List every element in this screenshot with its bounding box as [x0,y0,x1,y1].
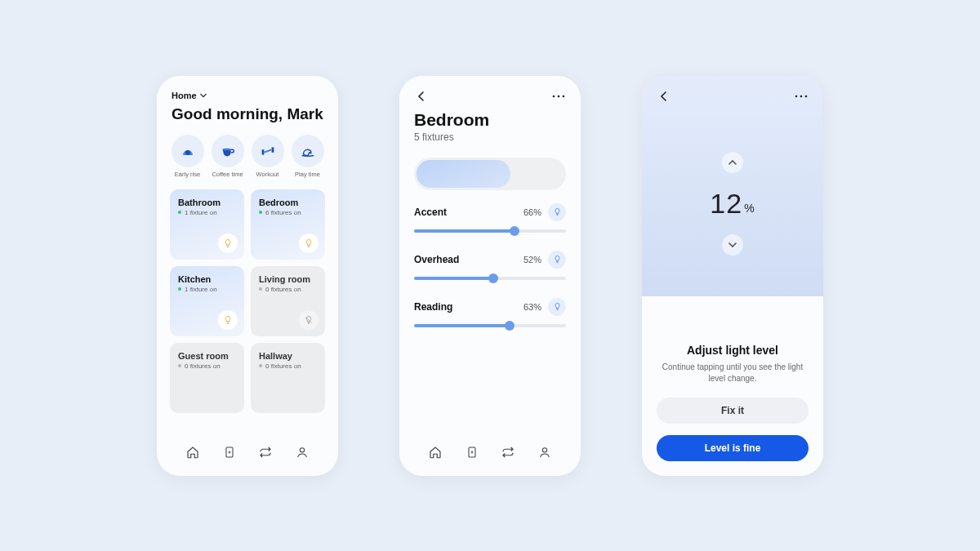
svg-point-9 [558,95,560,97]
room-subtitle: 5 fixtures [414,131,566,143]
master-toggle[interactable] [414,158,566,190]
scene-workout[interactable]: Workout [250,135,285,178]
light-level-controls: 12 % [642,107,823,329]
scene-early-rise[interactable]: Early rise [170,135,205,178]
room-card-living-room[interactable]: Living room 0 fixtures on [251,266,325,336]
scenes-row: Early rise Coffee time Workout Play time [157,127,338,183]
scene-label: Early rise [175,171,200,178]
svg-rect-3 [271,147,274,152]
level-is-fine-button[interactable]: Level is fine [657,435,808,461]
bulb-toggle[interactable] [299,310,318,330]
fixture-bulb-toggle[interactable] [548,203,566,221]
more-icon [552,95,565,98]
room-status: 0 fixtures on [259,362,317,370]
loop-icon [501,445,515,460]
svg-point-15 [800,95,803,97]
scene-label: Workout [256,171,279,178]
bulb-off-icon [304,315,314,325]
room-status: 0 fixtures on [259,286,317,293]
svg-rect-4 [264,149,271,153]
master-toggle-wrap [399,143,581,198]
svg-point-14 [795,95,798,97]
fixture-overhead: Overhead 52% [414,251,566,280]
room-title: Bedroom [414,110,566,130]
nav-home[interactable] [426,443,444,461]
chevron-left-icon [660,91,668,101]
scene-play-time[interactable]: Play time [290,135,325,178]
room-card-bathroom[interactable]: Bathroom 1 fixture on [170,189,244,260]
svg-point-16 [805,95,808,97]
nav-automations[interactable] [256,443,274,461]
light-level-sheet: Adjust light level Continue tapping unti… [642,329,823,476]
home-selector[interactable]: Home [172,91,323,100]
nav-devices[interactable] [220,443,238,461]
fixture-name: Overhead [414,254,459,265]
room-status: 1 fixture on [178,209,236,216]
bulb-icon [553,302,562,311]
chevron-down-icon [200,92,207,99]
svg-point-6 [229,451,230,453]
bulb-toggle[interactable] [299,233,318,253]
room-name: Hallway [259,351,317,361]
chevron-down-icon [728,241,737,249]
sheet-subtitle: Continue tapping until you see the light… [659,362,806,384]
more-button[interactable] [551,89,566,104]
light-level-value: 12 % [710,188,755,220]
horse-icon [292,135,324,167]
fixture-slider[interactable] [414,229,566,233]
nav-home[interactable] [184,443,202,461]
fixture-percent: 63% [523,302,541,312]
svg-point-8 [553,95,555,97]
fixture-bulb-toggle[interactable] [548,251,566,269]
rooms-grid: Bathroom 1 fixture on Bedroom 6 fixtures… [157,183,338,413]
coffee-icon [212,135,244,167]
room-name: Bedroom [259,198,317,207]
loop-icon [258,445,273,460]
level-up-button[interactable] [722,152,743,173]
fixture-reading: Reading 63% [414,298,566,327]
greeting: Good morning, Mark [172,105,323,123]
fixture-slider[interactable] [414,324,566,327]
user-icon [538,445,551,460]
bulb-icon [553,255,562,264]
light-level-topbar [642,76,823,107]
fix-it-button[interactable]: Fix it [657,398,808,424]
fixture-bulb-toggle[interactable] [548,298,566,316]
room-detail-screen: Bedroom 5 fixtures Accent 66% Overhead [399,76,581,476]
room-card-guest-room[interactable]: Guest room 0 fixtures on [170,343,244,413]
svg-rect-5 [226,447,233,457]
dumbbell-icon [252,135,284,167]
home-icon [428,445,443,460]
bulb-icon [553,207,562,216]
room-status: 1 fixture on [178,286,236,293]
bulb-toggle[interactable] [218,233,238,253]
fixture-percent: 52% [523,255,541,264]
fixture-name: Reading [414,301,452,313]
nav-profile[interactable] [536,443,554,461]
svg-point-10 [563,95,565,97]
chevron-up-icon [728,158,737,167]
svg-point-7 [300,447,304,451]
room-status: 0 fixtures on [178,362,236,370]
scene-label: Play time [295,171,320,178]
nav-automations[interactable] [499,443,517,461]
room-card-kitchen[interactable]: Kitchen 1 fixture on [170,266,244,336]
scene-coffee-time[interactable]: Coffee time [210,135,245,178]
level-down-button[interactable] [722,234,743,256]
room-status: 6 fixtures on [259,209,317,216]
bulb-toggle[interactable] [218,310,238,330]
room-card-bedroom[interactable]: Bedroom 6 fixtures on [251,189,325,260]
room-card-hallway[interactable]: Hallway 0 fixtures on [251,343,325,413]
room-name: Bathroom [178,198,236,207]
back-button[interactable] [657,89,671,104]
scene-label: Coffee time [212,171,243,178]
nav-profile[interactable] [293,443,311,461]
svg-point-13 [542,447,546,451]
back-button[interactable] [414,89,429,104]
nav-devices[interactable] [463,443,481,461]
home-header: Home Good morning, Mark [157,76,338,127]
more-button[interactable] [794,89,808,104]
bottom-nav [399,435,581,476]
fixture-slider[interactable] [414,277,566,280]
room-name: Living room [259,274,317,284]
